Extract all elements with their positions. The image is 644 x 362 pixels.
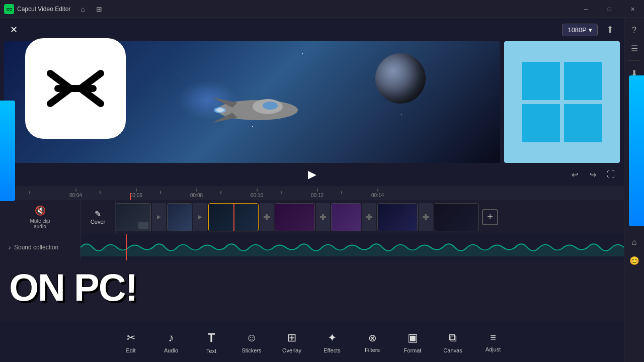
add-clip-btn[interactable]: +: [482, 209, 498, 225]
mute-icon: 🔇: [35, 205, 46, 216]
undo-btn[interactable]: ↩: [568, 167, 582, 182]
tool-audio[interactable]: ♪ Audio: [151, 325, 191, 360]
win-quad-tl: [522, 62, 560, 100]
window-controls: ─ □ ✕: [575, 0, 644, 18]
tool-filters[interactable]: ⊗ Filters: [352, 325, 392, 360]
clip-7[interactable]: [434, 203, 479, 231]
audio-icon: ♪: [8, 244, 11, 251]
svg-rect-14: [423, 216, 429, 218]
tool-effects[interactable]: ✦ Effects: [312, 325, 352, 360]
sidebar-divider-1: [628, 60, 640, 61]
sidebar-help-btn[interactable]: ?: [626, 22, 642, 38]
transition-5[interactable]: [362, 203, 376, 231]
timeline-ruler: 00:04 00:06 00:08 00:10 00:12 00:14: [0, 186, 624, 200]
quality-selector[interactable]: 1080P ▾: [562, 24, 598, 36]
playback-side-btns: ↩ ↪ ⛶: [568, 167, 618, 182]
tool-overlay[interactable]: ⊞ Overlay: [272, 325, 312, 360]
blue-bar-left: [0, 101, 15, 201]
clip-6[interactable]: [377, 203, 418, 231]
maximize-btn[interactable]: □: [598, 0, 621, 18]
windows-logo: [522, 62, 602, 142]
audio-track-row: ♪ Sound collection: [0, 234, 624, 260]
fullscreen-btn[interactable]: ⛶: [604, 167, 618, 182]
ruler-dot-1: [29, 191, 30, 195]
clip-5[interactable]: [331, 203, 361, 231]
ruler-mark-10: 00:10: [251, 189, 263, 198]
playback-controls: ▶ ↩ ↪ ⛶: [0, 163, 624, 186]
transition-4[interactable]: [316, 203, 330, 231]
ruler-mark-8: 00:08: [190, 189, 203, 198]
mute-clip-label[interactable]: 🔇 Mute clipaudio: [0, 200, 80, 234]
ruler-mark-6: 00:06: [130, 189, 142, 198]
sidebar-emoji-btn[interactable]: 😊: [626, 252, 642, 268]
mute-clip-text: Mute clipaudio: [30, 218, 50, 229]
title-bar: CC Capcut Video Editor ⌂ ⊞ ─ □ ✕: [0, 0, 644, 18]
recent-nav-btn[interactable]: ⊞: [93, 3, 105, 15]
overlay-label: Overlay: [282, 347, 301, 353]
ruler-dot-3: [160, 191, 161, 195]
audio-tool-label: Audio: [164, 347, 178, 353]
win-quad-br: [564, 104, 602, 142]
audio-waveform[interactable]: [80, 234, 624, 260]
tool-canvas[interactable]: ⧉ Canvas: [433, 325, 473, 360]
app-title: Capcut Video Editor: [17, 6, 71, 13]
tool-text[interactable]: T Text: [191, 325, 231, 360]
tool-adjust[interactable]: ≡ Adjust: [473, 325, 513, 360]
play-button[interactable]: ▶: [303, 165, 321, 184]
transition-2[interactable]: [193, 203, 207, 231]
title-nav: ⌂ ⊞: [77, 3, 105, 15]
svg-point-4: [263, 102, 278, 110]
clip-1[interactable]: [116, 203, 151, 231]
video-track-row: 🔇 Mute clipaudio ✎ Cover: [0, 200, 624, 234]
cover-edit-icon: ✎: [95, 209, 101, 219]
ruler-dot-2: [100, 191, 101, 195]
redo-btn[interactable]: ↪: [586, 167, 600, 182]
minimize-btn[interactable]: ─: [575, 0, 598, 18]
home-nav-btn[interactable]: ⌂: [77, 3, 89, 15]
clip-2[interactable]: [167, 203, 192, 231]
win-quad-bl: [522, 104, 560, 142]
cover-label-area[interactable]: ✎ Cover: [80, 200, 116, 234]
audio-track-label: ♪ Sound collection: [0, 234, 80, 260]
clip-7-thumb: [434, 204, 478, 231]
tool-edit[interactable]: ✂ Edit: [111, 325, 151, 360]
audio-label: Sound collection: [14, 244, 58, 251]
planet: [375, 53, 426, 104]
transition-1[interactable]: [152, 203, 166, 231]
adjust-icon: ≡: [490, 332, 496, 343]
clip-3[interactable]: [208, 203, 259, 231]
close-btn[interactable]: ✕: [621, 0, 644, 18]
ruler-dot-5: [281, 191, 282, 195]
format-label: Format: [404, 347, 422, 353]
ruler-mark-12: 00:12: [311, 189, 324, 198]
clip-4[interactable]: [275, 203, 315, 231]
quality-label: 1080P: [568, 26, 587, 34]
sidebar-menu-btn[interactable]: ☰: [626, 40, 642, 56]
stickers-icon: ☺: [246, 331, 257, 344]
sidebar-home-btn[interactable]: ⌂: [626, 234, 642, 250]
audio-playhead: [126, 234, 127, 260]
text-icon: T: [208, 331, 215, 345]
win-quad-tr: [564, 62, 602, 100]
clip-2-thumb: [168, 204, 192, 231]
editor-close-btn[interactable]: ✕: [6, 22, 21, 37]
svg-rect-12: [366, 216, 372, 218]
audio-tool-icon: ♪: [169, 331, 174, 344]
canvas-label: Canvas: [443, 347, 462, 353]
ruler-dot-6: [341, 191, 342, 195]
clip-playhead: [233, 204, 234, 231]
edit-icon: ✂: [126, 331, 135, 344]
playhead: [130, 193, 131, 200]
upload-btn[interactable]: ⬆: [602, 22, 618, 38]
capcut-logo-area: [25, 38, 136, 149]
overlay-icon: ⊞: [287, 331, 296, 344]
transition-3[interactable]: [260, 203, 274, 231]
text-label: Text: [206, 348, 216, 354]
ruler-mark-4: 00:04: [69, 189, 82, 198]
tool-stickers[interactable]: ☺ Stickers: [231, 325, 272, 360]
svg-rect-8: [264, 216, 270, 218]
transition-6[interactable]: [419, 203, 433, 231]
spaceship-icon: [202, 87, 313, 133]
blue-bar-right: [629, 75, 644, 226]
tool-format[interactable]: ▣ Format: [392, 325, 433, 360]
